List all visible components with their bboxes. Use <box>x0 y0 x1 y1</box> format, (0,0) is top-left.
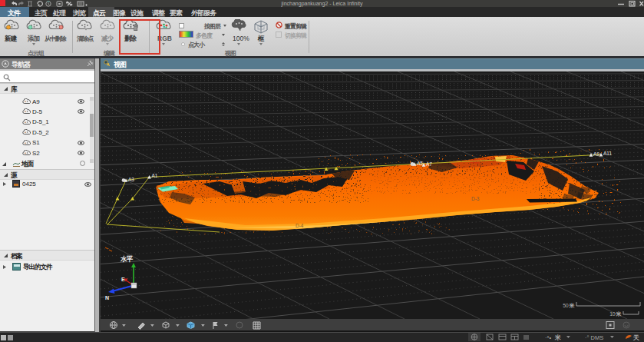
svg-text:A3: A3 <box>128 177 134 182</box>
svg-text:50 米: 50 米 <box>563 303 575 309</box>
svg-text:D-4: D-4 <box>296 223 304 228</box>
svg-text:米: 米 <box>554 334 561 341</box>
svg-text:A9: A9 <box>593 151 599 157</box>
svg-text:水平: 水平 <box>120 255 134 263</box>
svg-text:·° DMS: ·° DMS <box>585 334 603 341</box>
svg-text:N: N <box>105 295 109 300</box>
svg-text:A1: A1 <box>152 173 158 178</box>
svg-text:天: 天 <box>632 334 639 341</box>
svg-text:A11: A11 <box>603 151 612 156</box>
svg-text:·*•: ·*• <box>545 334 551 341</box>
svg-text:A7: A7 <box>426 161 432 167</box>
svg-text:10 米: 10 米 <box>609 311 622 317</box>
svg-text:A5: A5 <box>417 161 423 166</box>
svg-text:D-3: D-3 <box>471 196 480 201</box>
svg-text:E: E <box>121 277 125 282</box>
